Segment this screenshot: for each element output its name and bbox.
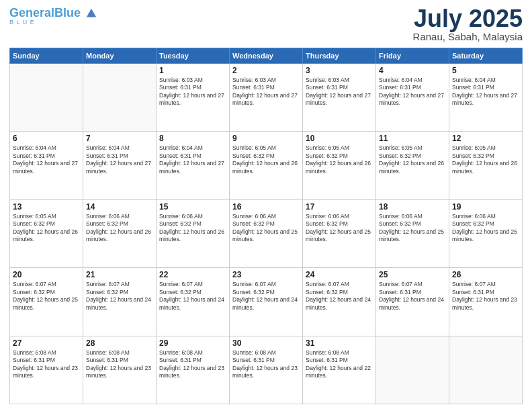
day-number: 14 [86, 202, 153, 212]
page-container: GeneralBlue B L U E July 2025 Ranau, Sab… [0, 0, 532, 411]
day-info: Sunrise: 6:07 AM Sunset: 6:31 PM Dayligh… [379, 281, 446, 312]
day-number: 22 [159, 270, 226, 279]
day-info: Sunrise: 6:03 AM Sunset: 6:31 PM Dayligh… [306, 77, 373, 107]
day-info: Sunrise: 6:07 AM Sunset: 6:32 PM Dayligh… [13, 281, 80, 312]
calendar-cell: 11Sunrise: 6:05 AM Sunset: 6:32 PM Dayli… [376, 132, 449, 199]
calendar-title: July 2025 [413, 7, 523, 31]
day-number: 9 [232, 134, 300, 143]
logo: GeneralBlue B L U E [9, 7, 97, 26]
weekday-header-saturday: Saturday [449, 48, 523, 64]
calendar-cell: 8Sunrise: 6:04 AM Sunset: 6:31 PM Daylig… [157, 132, 230, 199]
day-number: 4 [379, 66, 446, 75]
day-number: 29 [159, 338, 226, 348]
calendar-cell: 30Sunrise: 6:08 AM Sunset: 6:31 PM Dayli… [230, 336, 303, 404]
day-info: Sunrise: 6:08 AM Sunset: 6:31 PM Dayligh… [13, 349, 80, 380]
calendar-cell: 9Sunrise: 6:05 AM Sunset: 6:32 PM Daylig… [230, 132, 303, 199]
day-number: 16 [232, 202, 300, 212]
title-block: July 2025 Ranau, Sabah, Malaysia [413, 7, 523, 42]
day-number: 30 [232, 338, 300, 348]
weekday-header-row: SundayMondayTuesdayWednesdayThursdayFrid… [10, 48, 523, 64]
day-info: Sunrise: 6:04 AM Sunset: 6:31 PM Dayligh… [452, 77, 519, 107]
calendar-cell: 24Sunrise: 6:07 AM Sunset: 6:32 PM Dayli… [303, 268, 376, 336]
day-info: Sunrise: 6:07 AM Sunset: 6:32 PM Dayligh… [86, 281, 153, 312]
day-info: Sunrise: 6:04 AM Sunset: 6:31 PM Dayligh… [86, 144, 153, 175]
weekday-header-friday: Friday [376, 48, 449, 64]
day-number: 10 [306, 134, 373, 143]
day-number: 7 [86, 134, 153, 143]
day-number: 31 [306, 338, 373, 348]
day-info: Sunrise: 6:08 AM Sunset: 6:31 PM Dayligh… [232, 349, 300, 380]
calendar-cell [10, 64, 83, 132]
calendar-cell: 19Sunrise: 6:06 AM Sunset: 6:32 PM Dayli… [449, 199, 523, 267]
calendar-cell: 6Sunrise: 6:04 AM Sunset: 6:31 PM Daylig… [10, 132, 83, 199]
day-number: 17 [306, 202, 373, 212]
day-number: 25 [379, 270, 446, 279]
day-info: Sunrise: 6:05 AM Sunset: 6:32 PM Dayligh… [232, 144, 300, 175]
day-info: Sunrise: 6:05 AM Sunset: 6:32 PM Dayligh… [452, 144, 519, 175]
day-number: 19 [452, 202, 519, 212]
calendar-cell: 21Sunrise: 6:07 AM Sunset: 6:32 PM Dayli… [83, 268, 157, 336]
calendar-cell: 27Sunrise: 6:08 AM Sunset: 6:31 PM Dayli… [10, 336, 83, 404]
weekday-header-monday: Monday [83, 48, 157, 64]
svg-marker-0 [87, 9, 96, 17]
calendar-cell: 25Sunrise: 6:07 AM Sunset: 6:31 PM Dayli… [376, 268, 449, 336]
week-row-4: 20Sunrise: 6:07 AM Sunset: 6:32 PM Dayli… [10, 268, 523, 336]
weekday-header-wednesday: Wednesday [230, 48, 303, 64]
day-number: 8 [159, 134, 226, 143]
logo-tagline: B L U E [9, 19, 35, 26]
day-info: Sunrise: 6:06 AM Sunset: 6:32 PM Dayligh… [86, 213, 153, 244]
calendar-cell [449, 336, 523, 404]
day-info: Sunrise: 6:06 AM Sunset: 6:32 PM Dayligh… [379, 213, 446, 244]
calendar-cell [83, 64, 157, 132]
day-info: Sunrise: 6:07 AM Sunset: 6:31 PM Dayligh… [452, 281, 519, 312]
day-number: 24 [306, 270, 373, 279]
day-info: Sunrise: 6:06 AM Sunset: 6:32 PM Dayligh… [232, 213, 300, 244]
calendar-cell: 17Sunrise: 6:06 AM Sunset: 6:32 PM Dayli… [303, 199, 376, 267]
calendar-cell: 16Sunrise: 6:06 AM Sunset: 6:32 PM Dayli… [230, 199, 303, 267]
day-number: 18 [379, 202, 446, 212]
calendar-cell: 14Sunrise: 6:06 AM Sunset: 6:32 PM Dayli… [83, 199, 157, 267]
day-number: 6 [13, 134, 80, 143]
day-number: 2 [232, 66, 300, 75]
calendar-cell [376, 336, 449, 404]
week-row-3: 13Sunrise: 6:05 AM Sunset: 6:32 PM Dayli… [10, 199, 523, 267]
day-number: 26 [452, 270, 519, 279]
calendar-cell: 10Sunrise: 6:05 AM Sunset: 6:32 PM Dayli… [303, 132, 376, 199]
day-number: 27 [13, 338, 80, 348]
day-info: Sunrise: 6:05 AM Sunset: 6:32 PM Dayligh… [13, 213, 80, 244]
calendar-cell: 18Sunrise: 6:06 AM Sunset: 6:32 PM Dayli… [376, 199, 449, 267]
day-number: 20 [13, 270, 80, 279]
day-info: Sunrise: 6:03 AM Sunset: 6:31 PM Dayligh… [232, 77, 300, 107]
day-number: 28 [86, 338, 153, 348]
day-info: Sunrise: 6:08 AM Sunset: 6:31 PM Dayligh… [86, 349, 153, 380]
day-info: Sunrise: 6:07 AM Sunset: 6:32 PM Dayligh… [232, 281, 300, 312]
day-info: Sunrise: 6:04 AM Sunset: 6:31 PM Dayligh… [159, 144, 226, 175]
weekday-header-sunday: Sunday [10, 48, 83, 64]
calendar-cell: 15Sunrise: 6:06 AM Sunset: 6:32 PM Dayli… [157, 199, 230, 267]
day-info: Sunrise: 6:06 AM Sunset: 6:32 PM Dayligh… [306, 213, 373, 244]
calendar-cell: 2Sunrise: 6:03 AM Sunset: 6:31 PM Daylig… [230, 64, 303, 132]
day-number: 12 [452, 134, 519, 143]
calendar-cell: 3Sunrise: 6:03 AM Sunset: 6:31 PM Daylig… [303, 64, 376, 132]
logo-general: General [9, 6, 54, 19]
week-row-2: 6Sunrise: 6:04 AM Sunset: 6:31 PM Daylig… [10, 132, 523, 199]
day-info: Sunrise: 6:03 AM Sunset: 6:31 PM Dayligh… [159, 77, 226, 107]
day-info: Sunrise: 6:08 AM Sunset: 6:31 PM Dayligh… [159, 349, 226, 380]
calendar-cell: 23Sunrise: 6:07 AM Sunset: 6:32 PM Dayli… [230, 268, 303, 336]
day-info: Sunrise: 6:08 AM Sunset: 6:31 PM Dayligh… [306, 349, 373, 380]
calendar-cell: 26Sunrise: 6:07 AM Sunset: 6:31 PM Dayli… [449, 268, 523, 336]
page-header: GeneralBlue B L U E July 2025 Ranau, Sab… [9, 7, 523, 42]
day-info: Sunrise: 6:07 AM Sunset: 6:32 PM Dayligh… [159, 281, 226, 312]
day-number: 13 [13, 202, 80, 212]
calendar-cell: 1Sunrise: 6:03 AM Sunset: 6:31 PM Daylig… [157, 64, 230, 132]
day-info: Sunrise: 6:04 AM Sunset: 6:31 PM Dayligh… [379, 77, 446, 107]
day-number: 3 [306, 66, 373, 75]
calendar-cell: 12Sunrise: 6:05 AM Sunset: 6:32 PM Dayli… [449, 132, 523, 199]
calendar-subtitle: Ranau, Sabah, Malaysia [413, 31, 523, 42]
day-info: Sunrise: 6:05 AM Sunset: 6:32 PM Dayligh… [379, 144, 446, 175]
calendar-cell: 13Sunrise: 6:05 AM Sunset: 6:32 PM Dayli… [10, 199, 83, 267]
calendar-cell: 29Sunrise: 6:08 AM Sunset: 6:31 PM Dayli… [157, 336, 230, 404]
day-number: 1 [159, 66, 226, 75]
day-number: 5 [452, 66, 519, 75]
day-info: Sunrise: 6:05 AM Sunset: 6:32 PM Dayligh… [306, 144, 373, 175]
